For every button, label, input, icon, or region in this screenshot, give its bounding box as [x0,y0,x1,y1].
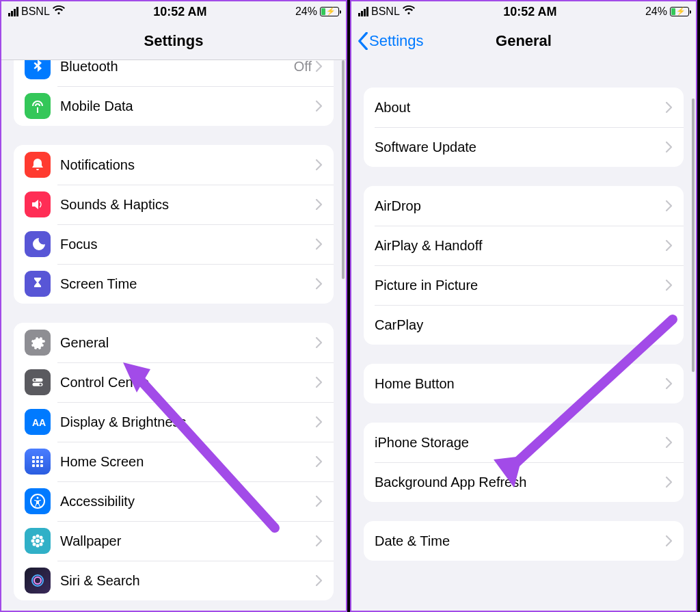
signal-icon [358,7,368,16]
row-label: CarPlay [375,317,666,333]
row-iphone-storage[interactable]: iPhone Storage [364,423,684,462]
row-label: Background App Refresh [375,475,666,490]
row-focus[interactable]: Focus [14,224,334,264]
row-notifications[interactable]: Notifications [14,145,334,185]
row-software-update[interactable]: Software Update [364,127,684,167]
chevron-right-icon [316,377,323,388]
chevron-right-icon [666,477,673,488]
svg-rect-6 [36,456,39,459]
row-control-centre[interactable]: Control Centre [14,362,334,402]
carrier-label: BSNL [21,5,50,18]
svg-rect-8 [32,460,35,463]
row-date-time[interactable]: Date & Time [364,521,684,561]
row-label: Accessibility [60,494,316,509]
row-picture-in-picture[interactable]: Picture in Picture [364,265,684,305]
row-background-app-refresh[interactable]: Background App Refresh [364,462,684,502]
svg-point-15 [37,497,39,499]
svg-point-23 [33,543,36,546]
grid-icon [25,449,51,475]
svg-text:AA: AA [32,417,46,428]
row-label: Control Centre [60,375,316,390]
row-home-button[interactable]: Home Button [364,364,684,403]
gear-icon [25,330,51,356]
svg-point-21 [33,536,36,540]
siri-icon [25,568,51,594]
chevron-right-icon [666,240,673,251]
row-label: Picture in Picture [375,278,666,293]
chevron-right-icon [316,416,323,427]
chevron-right-icon [666,378,673,389]
svg-rect-9 [36,460,39,463]
row-label: Home Screen [60,454,316,470]
scroll-indicator[interactable] [342,60,345,279]
row-general[interactable]: General [14,323,334,362]
svg-point-24 [40,543,43,546]
wifi-icon [403,5,415,18]
row-wallpaper[interactable]: Wallpaper [14,521,334,561]
row-label: Siri & Search [60,573,316,589]
flower-icon [25,528,51,554]
row-sounds-haptics[interactable]: Sounds & Haptics [14,185,334,224]
page-title: Settings [144,32,204,50]
row-mobile-data[interactable]: Mobile Data [14,86,334,126]
status-time: 10:52 AM [153,5,206,19]
row-accessibility[interactable]: Accessibility [14,481,334,521]
row-bluetooth[interactable]: Bluetooth Off [14,60,334,86]
svg-point-20 [41,540,44,543]
carrier-label: BSNL [371,5,400,18]
chevron-right-icon [666,280,673,291]
chevron-right-icon [316,199,323,210]
group-connectivity: Bluetooth Off Mobile Data [14,60,334,126]
row-label: Sounds & Haptics [60,197,316,213]
status-bar: BSNL 10:52 AM 24% ⚡ [351,1,696,22]
moon-icon [25,231,51,257]
svg-rect-7 [40,456,43,459]
chevron-right-icon [316,535,323,546]
svg-point-16 [36,539,40,543]
speaker-icon [25,191,51,217]
svg-rect-13 [40,464,43,467]
settings-list[interactable]: Bluetooth Off Mobile Data Notifications [1,60,346,611]
row-home-screen[interactable]: Home Screen [14,442,334,481]
svg-point-17 [36,535,40,538]
status-time: 10:52 AM [503,5,556,19]
svg-rect-12 [36,464,39,467]
svg-point-2 [33,379,36,381]
bell-icon [25,152,51,178]
row-label: Mobile Data [60,98,316,114]
row-label: Bluetooth [60,60,294,75]
settings-screen: BSNL 10:52 AM 24% ⚡ Settings Bluetooth O… [0,0,347,612]
group-notifications: Notifications Sounds & Haptics Focus Scr… [14,145,334,304]
chevron-right-icon [316,496,323,507]
chevron-right-icon [666,200,673,211]
svg-rect-10 [40,460,43,463]
chevron-right-icon [666,437,673,448]
row-label: General [60,335,316,351]
general-list[interactable]: About Software Update AirDrop AirPlay & … [351,60,696,611]
battery-icon: ⚡ [670,7,689,16]
text-size-icon: AA [25,409,51,435]
row-display-brightness[interactable]: AA Display & Brightness [14,402,334,442]
chevron-right-icon [316,456,323,467]
svg-rect-5 [32,456,35,459]
nav-bar: Settings [1,22,346,60]
scroll-indicator[interactable] [692,98,695,372]
chevron-right-icon [316,61,323,72]
row-label: Wallpaper [60,533,316,549]
battery-icon: ⚡ [320,7,339,16]
row-carplay[interactable]: CarPlay [364,305,684,345]
signal-icon [8,7,18,16]
back-button[interactable]: Settings [357,32,424,50]
row-label: Software Update [375,139,666,155]
row-screen-time[interactable]: Screen Time [14,264,334,304]
row-airdrop[interactable]: AirDrop [364,186,684,226]
row-about[interactable]: About [364,88,684,127]
status-bar: BSNL 10:52 AM 24% ⚡ [1,1,346,22]
row-siri-search[interactable]: Siri & Search [14,561,334,600]
svg-point-3 [40,384,42,386]
row-label: AirDrop [375,198,666,214]
general-screen: BSNL 10:52 AM 24% ⚡ Settings General Abo… [350,0,697,612]
chevron-right-icon [316,337,323,348]
row-airplay-handoff[interactable]: AirPlay & Handoff [364,226,684,265]
group-general: General Control Centre AA Display & Brig… [14,323,334,600]
